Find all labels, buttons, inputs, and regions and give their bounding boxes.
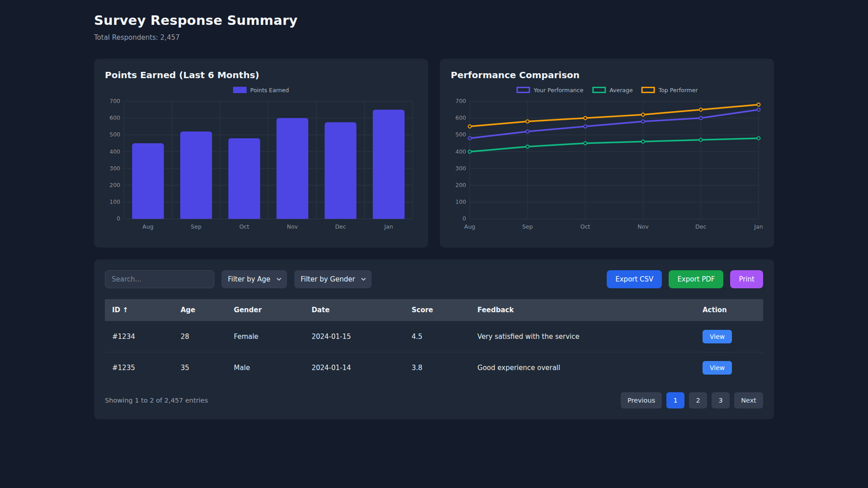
x-tick-label-dec: Dec [695, 223, 706, 230]
view-button[interactable]: View [703, 361, 732, 375]
point-average-sep [526, 145, 529, 148]
point-average-dec [699, 138, 703, 141]
legend-label: Average [609, 87, 633, 94]
cell-gender: Male [226, 352, 304, 384]
column-header-id[interactable]: ID ↑ [105, 299, 173, 321]
pagination-button-next[interactable]: Next [734, 392, 763, 408]
point-top-performer-dec [699, 108, 703, 111]
performance-comparison-line-chart: 0100200300400500600700AugSepOctNovDecJan… [451, 83, 763, 237]
point-top-performer-sep [526, 120, 529, 123]
point-top-performer-aug [468, 125, 472, 128]
table-controls: Filter by Age Filter by Gender Export CS… [105, 270, 763, 288]
cell-score: 4.5 [404, 321, 470, 352]
y-tick-label: 300 [455, 165, 466, 172]
point-your-performance-sep [526, 130, 529, 133]
x-tick-label-oct: Oct [580, 223, 590, 230]
x-tick-label-aug: Aug [142, 223, 153, 230]
point-top-performer-jan [757, 103, 760, 106]
pagination: Previous 1 2 3 Next [621, 392, 763, 408]
y-tick-label: 700 [455, 98, 466, 104]
cell-date: 2024-01-14 [304, 352, 404, 384]
x-tick-label-sep: Sep [191, 223, 202, 230]
cell-action: View [695, 321, 763, 352]
y-tick-label: 400 [109, 148, 120, 155]
cell-age: 28 [173, 321, 226, 352]
pagination-button[interactable]: 1 [666, 392, 684, 408]
column-header-action: Action [695, 299, 763, 321]
x-tick-label-aug: Aug [464, 223, 475, 230]
view-button[interactable]: View [703, 330, 732, 343]
y-tick-label: 200 [455, 182, 466, 188]
cell-date: 2024-01-15 [304, 321, 404, 352]
point-your-performance-oct [584, 125, 587, 128]
responses-table: ID ↑ Age Gender Date Score Feedback Acti… [105, 299, 763, 383]
performance-comparison-card: Performance Comparison 01002003004005006… [440, 59, 774, 248]
pagination-button-previous[interactable]: Previous [621, 392, 662, 408]
performance-comparison-title: Performance Comparison [451, 70, 763, 80]
x-tick-label-jan: Jan [384, 223, 393, 230]
export-csv-button[interactable]: Export CSV [607, 270, 662, 288]
cell-age: 35 [173, 352, 226, 384]
age-filter-select[interactable]: Filter by Age [222, 270, 287, 288]
point-average-nov [642, 140, 645, 143]
column-header-feedback: Feedback [470, 299, 695, 321]
page-title: Survey Response Summary [94, 13, 774, 28]
line-chart-svg: 0100200300400500600700AugSepOctNovDecJan… [451, 83, 763, 237]
bar-sep [180, 131, 212, 219]
y-tick-label: 500 [455, 131, 466, 138]
line-your-performance [470, 110, 759, 138]
pagination-button[interactable]: 3 [712, 392, 730, 408]
bar-chart-svg: 0100200300400500600700AugSepOctNovDecJan… [105, 83, 417, 237]
export-pdf-button[interactable]: Export PDF [669, 270, 723, 288]
export-actions: Export CSV Export PDF Print [607, 270, 763, 288]
points-earned-bar-chart: 0100200300400500600700AugSepOctNovDecJan… [105, 83, 417, 237]
y-tick-label: 0 [462, 215, 466, 222]
x-tick-label-jan: Jan [754, 223, 763, 230]
table-row: #1234 28 Female 2024-01-15 4.5 Very sati… [105, 321, 763, 352]
point-your-performance-nov [642, 120, 645, 123]
legend-item-points-earned[interactable]: Points Earned [233, 87, 289, 94]
y-tick-label: 700 [109, 98, 120, 104]
point-your-performance-dec [699, 117, 703, 120]
cell-id: #1234 [105, 321, 173, 352]
gender-filter-select[interactable]: Filter by Gender [294, 270, 372, 288]
search-input[interactable] [105, 270, 214, 288]
print-button[interactable]: Print [730, 270, 763, 288]
age-filter-wrap: Filter by Age [222, 270, 287, 288]
cell-feedback: Very satisfied with the service [470, 321, 695, 352]
point-top-performer-oct [584, 117, 587, 120]
x-tick-label-nov: Nov [637, 223, 649, 230]
bar-dec [325, 122, 356, 219]
legend-item-average[interactable]: Average [593, 87, 633, 94]
bar-aug [132, 143, 164, 219]
x-tick-label-dec: Dec [335, 223, 346, 230]
cell-score: 3.8 [404, 352, 470, 384]
point-average-oct [584, 142, 587, 145]
charts-row: Points Earned (Last 6 Months) 0100200300… [94, 59, 774, 248]
y-tick-label: 400 [455, 148, 466, 155]
table-row: #1235 35 Male 2024-01-14 3.8 Good experi… [105, 352, 763, 384]
column-header-age: Age [173, 299, 226, 321]
points-earned-card: Points Earned (Last 6 Months) 0100200300… [94, 59, 428, 248]
legend-label: Points Earned [250, 87, 289, 94]
cell-feedback: Good experience overall [470, 352, 695, 384]
pagination-button[interactable]: 2 [689, 392, 707, 408]
cell-gender: Female [226, 321, 304, 352]
x-tick-label-nov: Nov [287, 223, 298, 230]
legend-swatch [593, 88, 605, 93]
point-your-performance-jan [757, 108, 760, 111]
gender-filter-wrap: Filter by Gender [294, 270, 372, 288]
legend-item-your-performance[interactable]: Your Performance [517, 87, 584, 94]
legend-item-top-performer[interactable]: Top Performer [642, 87, 698, 94]
y-tick-label: 600 [455, 114, 466, 121]
y-tick-label: 500 [109, 131, 120, 138]
total-respondents: Total Respondents: 2,457 [94, 33, 774, 42]
entries-summary: Showing 1 to 2 of 2,457 entries [105, 397, 208, 404]
points-earned-title: Points Earned (Last 6 Months) [105, 70, 417, 80]
legend-label: Top Performer [658, 87, 698, 94]
cell-id: #1235 [105, 352, 173, 384]
responses-table-card: Filter by Age Filter by Gender Export CS… [94, 259, 774, 419]
line-average [470, 138, 759, 152]
y-tick-label: 300 [109, 165, 120, 172]
bar-oct [228, 138, 260, 219]
